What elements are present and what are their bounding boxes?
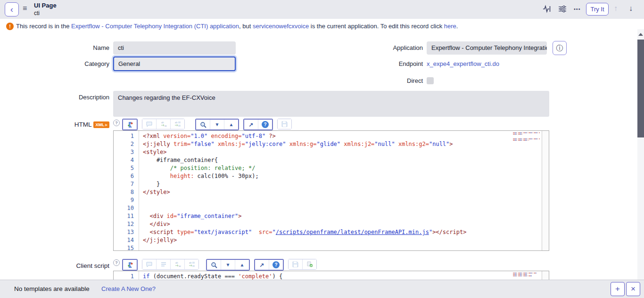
context-menu-icon[interactable]: ≡ xyxy=(23,4,27,13)
replace-button[interactable]: abac xyxy=(171,259,185,269)
client-editor-minimap xyxy=(513,273,540,277)
syntax-check-button[interactable] xyxy=(303,259,316,269)
client-editor-line-numbers: 1 xyxy=(114,271,139,280)
search-button[interactable] xyxy=(207,260,221,270)
replace-all-button[interactable]: ab xyxy=(185,259,198,269)
edit-group-disabled: abac ab xyxy=(142,119,185,129)
name-label: Name xyxy=(0,41,109,55)
save-group-disabled xyxy=(277,119,292,129)
html-label: HTML xyxy=(74,121,92,128)
category-select[interactable]: General xyxy=(113,56,236,71)
activity-pulse-icon[interactable] xyxy=(542,5,552,13)
description-label: Description xyxy=(0,91,109,104)
chevron-down-icon: ▼ xyxy=(226,262,231,267)
more-options-icon[interactable]: ••• xyxy=(574,6,581,12)
editor-help-button[interactable]: ? xyxy=(258,120,272,129)
find-next-button[interactable]: ▼ xyxy=(221,260,235,270)
html-editor-scrollbar[interactable] xyxy=(542,131,549,250)
format-code-button[interactable] xyxy=(123,120,137,129)
try-it-button[interactable]: Try It xyxy=(586,3,609,16)
chevron-up-icon: ▲ xyxy=(240,262,245,267)
personalize-sliders-icon[interactable] xyxy=(558,5,567,13)
xml-badge[interactable]: XML▸ xyxy=(93,121,109,128)
previous-record-arrow-icon[interactable]: ↑ xyxy=(614,4,618,13)
client-script-editor[interactable]: 1 if (document.readyState === 'complete'… xyxy=(113,271,549,280)
client-script-label: Client script xyxy=(0,262,109,269)
scrollbar-thumb[interactable] xyxy=(637,40,644,137)
format-code-icon xyxy=(127,121,133,128)
replace-all-icon: ab xyxy=(174,121,181,127)
format-group xyxy=(122,259,138,271)
category-label: Category xyxy=(0,57,109,71)
html-editor-help-icon[interactable]: ? xyxy=(113,120,120,126)
plus-icon: + xyxy=(615,284,620,294)
editor-help-button[interactable]: ? xyxy=(269,260,283,270)
edit-group-disabled: abac ab xyxy=(142,259,199,270)
format-code-icon xyxy=(127,262,133,268)
back-button[interactable]: ‹ xyxy=(5,2,19,16)
edit-here-link[interactable]: here xyxy=(444,23,456,30)
warning-icon: ! xyxy=(6,23,14,30)
add-template-button[interactable]: + xyxy=(611,282,625,296)
html-editor-line-numbers: 123456789101112131415 xyxy=(114,131,139,250)
popout-icon: ↗ xyxy=(248,121,253,128)
find-next-button[interactable]: ▼ xyxy=(210,120,224,129)
format-code-button[interactable] xyxy=(123,260,137,270)
close-icon: × xyxy=(631,284,636,294)
chevron-left-icon: ‹ xyxy=(10,5,13,14)
chevron-down-icon: ▼ xyxy=(215,122,220,127)
find-previous-button[interactable]: ▲ xyxy=(224,120,238,129)
svg-text:ac: ac xyxy=(179,265,181,267)
direct-label: Direct xyxy=(330,74,423,88)
comment-button[interactable] xyxy=(142,259,157,269)
application-scope-link[interactable]: Expertflow - Computer Telephony Integrat… xyxy=(71,23,239,30)
open-in-new-window-button[interactable]: ↗ xyxy=(244,120,258,129)
name-input[interactable]: cti xyxy=(113,41,236,55)
preview-button[interactable] xyxy=(157,259,171,269)
html-editor-code[interactable]: <?xml version="1.0" encoding="utf-8" ?><… xyxy=(143,132,541,251)
svg-text:ab: ab xyxy=(189,261,192,264)
scrollbar-up-arrow-icon[interactable] xyxy=(638,33,643,36)
close-template-bar-button[interactable]: × xyxy=(626,282,640,296)
replace-all-icon: ab xyxy=(189,261,195,267)
window-group: ↗ ? xyxy=(243,119,273,130)
create-template-link[interactable]: Create A New One? xyxy=(101,280,156,298)
page-scrollbar[interactable] xyxy=(637,29,644,280)
description-textarea[interactable]: Changes regarding the EF-CXVoice xyxy=(113,91,549,117)
template-status-text: No templates are available xyxy=(14,280,90,298)
search-button[interactable] xyxy=(196,120,210,129)
warning-text: This record is in the Expertflow - Compu… xyxy=(16,19,458,34)
current-scope-link[interactable]: servicenowefcxvoice xyxy=(253,23,309,30)
page-title: UI Page cti xyxy=(34,2,57,17)
syntax-check-icon xyxy=(306,261,313,267)
direct-checkbox[interactable] xyxy=(427,77,434,84)
find-previous-button[interactable]: ▲ xyxy=(235,260,249,270)
save-check-group-disabled xyxy=(288,259,317,270)
save-disk-icon xyxy=(281,121,288,127)
next-record-arrow-icon[interactable]: ↓ xyxy=(629,4,633,13)
search-icon xyxy=(200,121,206,128)
ui-page-editor: ‹ ≡ UI Page cti ••• Try It ↑ ↓ ! This re… xyxy=(0,0,644,298)
open-in-new-window-button[interactable]: ↗ xyxy=(255,260,269,270)
client-script-toolbar: abac ab ▼ ▲ ↗ ? xyxy=(122,259,321,271)
comment-button[interactable] xyxy=(142,119,157,129)
info-icon: ⓘ xyxy=(556,44,563,53)
cross-scope-warning-bar: ! This record is in the Expertflow - Com… xyxy=(0,19,644,34)
save-button[interactable] xyxy=(278,119,291,129)
html-code-editor[interactable]: 123456789101112131415 <?xml version="1.0… xyxy=(113,130,549,251)
endpoint-link[interactable]: x_expe4_expertflow_cti.do xyxy=(427,57,499,71)
html-editor-toolbar: abac ab ▼ ▲ ↗ ? xyxy=(122,119,296,130)
svg-text:ab: ab xyxy=(161,121,164,124)
client-script-help-icon[interactable]: ? xyxy=(113,259,120,266)
save-button[interactable] xyxy=(289,259,303,269)
application-input[interactable]: Expertflow - Computer Telephony Integrat… xyxy=(427,41,547,55)
replace-button[interactable]: abac xyxy=(157,119,171,129)
application-info-button[interactable]: ⓘ xyxy=(553,41,567,55)
help-icon: ? xyxy=(262,121,269,128)
replace-all-button[interactable]: ab xyxy=(171,119,184,129)
svg-text:ab: ab xyxy=(175,261,178,264)
chevron-up-icon: ▲ xyxy=(229,122,234,127)
client-editor-scrollbar[interactable] xyxy=(542,271,549,280)
search-group: ▼ ▲ xyxy=(206,259,250,271)
client-editor-code[interactable]: if (document.readyState === 'complete') … xyxy=(143,273,541,280)
